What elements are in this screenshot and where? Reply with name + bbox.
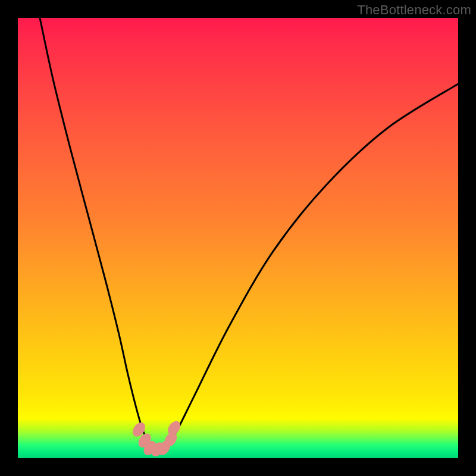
bottleneck-curve (40, 18, 458, 450)
chart-frame: TheBottleneck.com (0, 0, 476, 476)
curve-group (40, 18, 458, 450)
chart-svg (18, 18, 458, 458)
watermark-text: TheBottleneck.com (357, 2, 471, 18)
marker-group (130, 419, 183, 459)
